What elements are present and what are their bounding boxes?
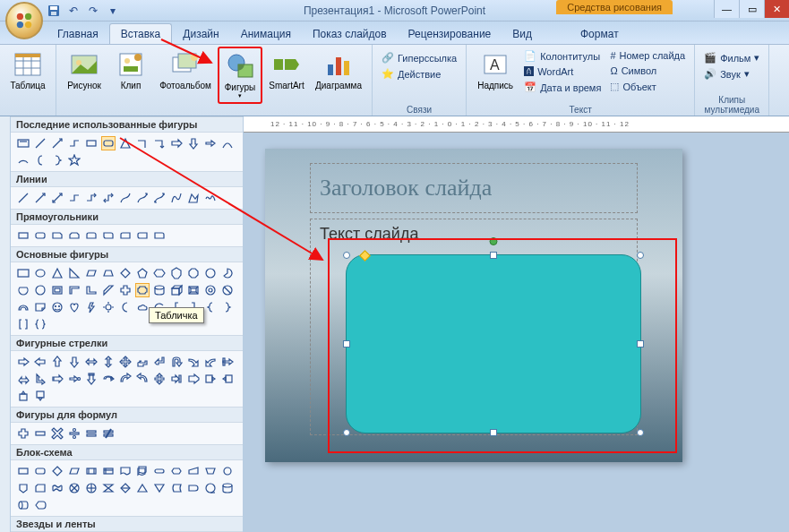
shape-line-6[interactable] bbox=[101, 191, 116, 205]
shape-equals[interactable] bbox=[84, 426, 99, 441]
symbol-button[interactable]: ΩСимвол bbox=[606, 64, 689, 78]
shape-rectangle[interactable] bbox=[84, 136, 99, 150]
shape-brace-right[interactable] bbox=[50, 153, 64, 167]
shape-brace-r[interactable] bbox=[220, 300, 235, 314]
shape-folded-corner[interactable] bbox=[33, 300, 47, 314]
shape-fc-data[interactable] bbox=[67, 464, 81, 478]
shape-not-equal[interactable] bbox=[101, 426, 116, 441]
shape-basic-textbox[interactable] bbox=[16, 266, 30, 280]
shape-cross[interactable] bbox=[118, 283, 133, 297]
shape-line-5[interactable] bbox=[84, 191, 99, 205]
tab-review[interactable]: Рецензирование bbox=[398, 24, 502, 44]
hyperlink-button[interactable]: 🔗Гиперссылка bbox=[378, 50, 460, 65]
shape-fc-manual-input[interactable] bbox=[186, 464, 201, 478]
tab-insert[interactable]: Вставка bbox=[109, 23, 173, 44]
shape-no-symbol[interactable] bbox=[220, 283, 235, 297]
datetime-button[interactable]: 📅Дата и время bbox=[520, 80, 605, 95]
shape-arrow-misc9[interactable] bbox=[135, 372, 150, 386]
sound-button[interactable]: 🔊Звук ▾ bbox=[700, 66, 763, 82]
shape-arrow-misc6[interactable] bbox=[84, 372, 99, 386]
shape-fc-process[interactable] bbox=[16, 464, 30, 478]
minimize-button[interactable]: — bbox=[714, 0, 739, 18]
shape-connector[interactable] bbox=[67, 136, 81, 150]
shape-fc-alt-process[interactable] bbox=[33, 464, 47, 478]
chart-button[interactable]: Диаграмма bbox=[311, 47, 366, 104]
shape-arrow-misc12[interactable] bbox=[186, 372, 201, 386]
shape-arrow-d[interactable] bbox=[67, 355, 81, 369]
shape-fc-manual-op[interactable] bbox=[203, 464, 218, 478]
shape-arrow-l[interactable] bbox=[33, 355, 47, 369]
tab-view[interactable]: Вид bbox=[502, 24, 543, 44]
shape-fc-display[interactable] bbox=[33, 498, 47, 512]
shape-heptagon[interactable] bbox=[169, 266, 184, 280]
shape-lshape[interactable] bbox=[84, 283, 99, 297]
shape-fc-internal[interactable] bbox=[101, 464, 116, 478]
shape-fc-offpage[interactable] bbox=[16, 481, 30, 495]
shape-fc-seq[interactable] bbox=[203, 481, 218, 495]
shape-fc-stored[interactable] bbox=[169, 481, 184, 495]
redo-icon[interactable]: ↷ bbox=[86, 4, 100, 18]
shape-fc-extract[interactable] bbox=[135, 481, 150, 495]
shape-fc-direct[interactable] bbox=[16, 498, 30, 512]
save-icon[interactable] bbox=[47, 4, 61, 18]
shape-rect-8[interactable] bbox=[135, 228, 150, 243]
shape-fc-predefined[interactable] bbox=[84, 464, 99, 478]
shape-pentagon[interactable] bbox=[135, 266, 150, 280]
shape-block-arrow[interactable] bbox=[203, 136, 218, 150]
shape-moon[interactable] bbox=[118, 300, 133, 314]
shape-arrow-misc10[interactable] bbox=[152, 372, 167, 386]
shape-arrow-callout2[interactable] bbox=[220, 372, 235, 386]
shape-elbow[interactable] bbox=[135, 136, 150, 150]
shape-arrow-lr[interactable] bbox=[84, 355, 99, 369]
close-button[interactable]: ✕ bbox=[764, 0, 789, 18]
shape-line[interactable] bbox=[33, 136, 47, 150]
shape-frame[interactable] bbox=[50, 283, 64, 297]
textbox-button[interactable]: A Надпись bbox=[472, 47, 519, 104]
maximize-button[interactable]: ▭ bbox=[739, 0, 764, 18]
shape-line-2[interactable] bbox=[33, 191, 47, 205]
shape-fc-multidoc[interactable] bbox=[135, 464, 150, 478]
shape-can[interactable] bbox=[152, 283, 167, 297]
shape-fc-sort[interactable] bbox=[118, 481, 133, 495]
shape-rect-4[interactable] bbox=[67, 228, 81, 243]
tab-design[interactable]: Дизайн bbox=[172, 24, 229, 44]
shape-arrow-bent1[interactable] bbox=[135, 355, 150, 369]
shape-diag-stripe[interactable] bbox=[101, 283, 116, 297]
tab-animation[interactable]: Анимация bbox=[230, 24, 302, 44]
shape-arrow-u[interactable] bbox=[50, 355, 64, 369]
shape-fc-decision[interactable] bbox=[50, 464, 64, 478]
slide-title-placeholder[interactable]: Заголовок слайда bbox=[310, 163, 638, 213]
shape-triangle2[interactable] bbox=[50, 266, 64, 280]
shape-brace-l[interactable] bbox=[203, 300, 218, 314]
headerfooter-button[interactable]: 📄Колонтитулы bbox=[520, 48, 605, 64]
shape-braces[interactable] bbox=[33, 317, 47, 331]
shape-arrow-curved-l[interactable] bbox=[203, 355, 218, 369]
shape-arrow-misc11[interactable] bbox=[169, 372, 184, 386]
shape-oval[interactable] bbox=[33, 266, 47, 280]
shape-textbox[interactable] bbox=[16, 136, 30, 150]
shape-chord[interactable] bbox=[16, 283, 30, 297]
action-button[interactable]: ⭐Действие bbox=[378, 66, 460, 82]
shape-fc-or[interactable] bbox=[84, 481, 99, 495]
shape-fc-tape[interactable] bbox=[50, 481, 64, 495]
shape-arc[interactable] bbox=[16, 153, 30, 167]
shape-line-4[interactable] bbox=[67, 191, 81, 205]
shape-arrow-misc4[interactable] bbox=[50, 372, 64, 386]
shape-trapezoid[interactable] bbox=[101, 266, 116, 280]
shape-fc-merge[interactable] bbox=[152, 481, 167, 495]
movie-button[interactable]: 🎬Фильм ▾ bbox=[700, 50, 763, 65]
shape-elbow-arrow[interactable] bbox=[152, 136, 167, 150]
tab-slideshow[interactable]: Показ слайдов bbox=[302, 24, 398, 44]
shape-arrow-callout3[interactable] bbox=[16, 389, 30, 403]
shape-arrow-right1[interactable] bbox=[169, 136, 184, 150]
shape-sun[interactable] bbox=[101, 300, 116, 314]
shape-teardrop[interactable] bbox=[33, 283, 47, 297]
shape-fc-collate[interactable] bbox=[101, 481, 116, 495]
shape-arrow-quad[interactable] bbox=[118, 355, 133, 369]
photoalbum-button[interactable]: Фотоальбом bbox=[155, 47, 216, 104]
shape-decagon[interactable] bbox=[203, 266, 218, 280]
shape-triangle[interactable] bbox=[118, 136, 133, 150]
slide-editor[interactable]: 12 · 11 · 10 · 9 · 8 · 7 · 6 · 5 · 4 · 3… bbox=[244, 116, 789, 532]
slidenumber-button[interactable]: #Номер слайда bbox=[606, 48, 689, 63]
shape-curve2[interactable] bbox=[169, 191, 184, 205]
